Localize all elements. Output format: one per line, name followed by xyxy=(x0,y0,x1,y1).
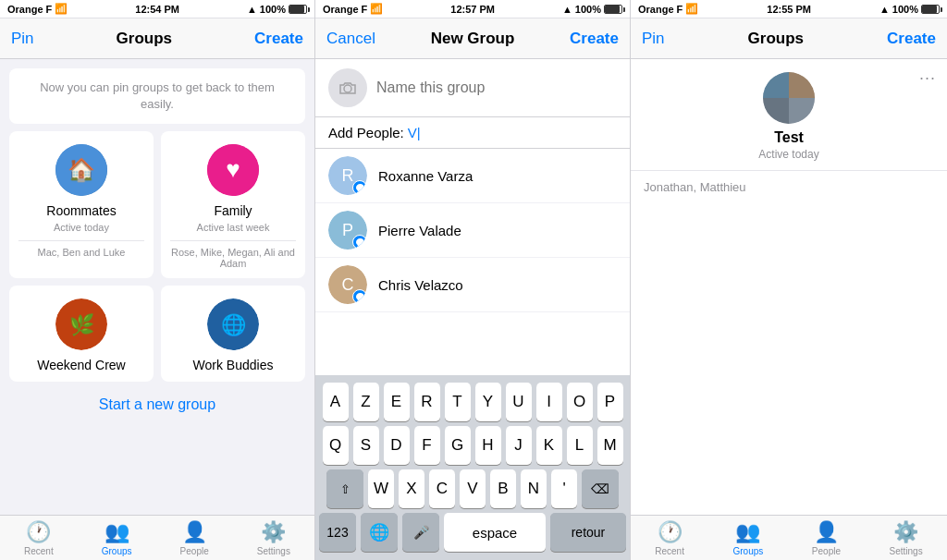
key-K[interactable]: K xyxy=(536,426,562,465)
tab-people-right[interactable]: 👤 People xyxy=(812,520,841,556)
space-key[interactable]: espace xyxy=(444,513,546,552)
battery-icon-mid xyxy=(604,5,622,14)
num-key[interactable]: 123 xyxy=(319,513,356,552)
result-pierre[interactable]: P Pierre Valade xyxy=(315,203,630,258)
battery-icon-right xyxy=(921,5,940,14)
result-chris[interactable]: C Chris Velazco xyxy=(315,258,630,312)
tab-bar-right: 🕐 Recent 👥 Groups 👤 People ⚙️ Settings xyxy=(631,515,947,560)
tab-recent-right[interactable]: 🕐 Recent xyxy=(655,520,684,556)
shift-key[interactable]: ⇧ xyxy=(326,469,363,508)
group-card-weekend[interactable]: 🌿 Weekend Crew xyxy=(9,286,154,382)
groups-grid: 🏠 Roommates Active today Mac, Ben and Lu… xyxy=(0,131,314,382)
group-card-roommates[interactable]: 🏠 Roommates Active today Mac, Ben and Lu… xyxy=(9,131,154,278)
keyboard-row-4: 123 🌐 🎤 espace retour xyxy=(319,513,626,552)
key-N[interactable]: N xyxy=(521,469,547,508)
pin-button-right[interactable]: Pin xyxy=(642,30,665,48)
time-left: 12:54 PM xyxy=(135,4,179,15)
key-R[interactable]: R xyxy=(414,383,440,421)
group-card-family[interactable]: ♥ Family Active last week Rose, Mike, Me… xyxy=(161,131,305,278)
start-new-group-button[interactable]: Start a new group xyxy=(0,396,314,413)
group-members-family: Rose, Mike, Megan, Ali and Adam xyxy=(170,240,296,269)
group-card-work[interactable]: 🌐 Work Buddies xyxy=(161,286,305,382)
result-roxanne[interactable]: R Roxanne Varza xyxy=(315,149,630,203)
wifi-icon-mid: 📶 xyxy=(370,3,383,15)
camera-button[interactable] xyxy=(328,68,367,107)
key-M[interactable]: M xyxy=(597,426,623,465)
carrier-mid: Orange F xyxy=(323,4,367,15)
key-H[interactable]: H xyxy=(475,426,501,465)
status-left-right: Orange F 📶 xyxy=(638,3,698,15)
delete-key[interactable]: ⌫ xyxy=(582,469,619,508)
status-bar-middle: Orange F 📶 12:57 PM ▲ 100% xyxy=(315,0,630,18)
key-T[interactable]: T xyxy=(445,383,471,421)
key-W[interactable]: W xyxy=(368,469,394,508)
key-X[interactable]: X xyxy=(399,469,424,508)
result-name-pierre: Pierre Valade xyxy=(378,223,461,238)
return-key[interactable]: retour xyxy=(550,513,626,552)
tab-settings-right[interactable]: ⚙️ Settings xyxy=(890,520,923,556)
key-C[interactable]: C xyxy=(429,469,455,508)
info-text: Now you can pin groups to get back to th… xyxy=(40,80,275,111)
svg-text:R: R xyxy=(342,166,354,185)
location-icon-right: ▲ xyxy=(879,4,890,15)
key-S[interactable]: S xyxy=(353,426,379,465)
nav-bar-right: Pin Groups Create xyxy=(631,18,947,59)
clock-icon-right: 🕐 xyxy=(658,520,683,544)
key-U[interactable]: U xyxy=(506,383,532,421)
key-B[interactable]: B xyxy=(490,469,516,508)
keyboard-row-1: A Z E R T Y U I O P xyxy=(319,383,626,421)
tab-people-left[interactable]: 👤 People xyxy=(180,520,209,556)
tab-bar-left: 🕐 Recent 👥 Groups 👤 People ⚙️ Settings xyxy=(0,515,314,560)
key-Y[interactable]: Y xyxy=(475,383,501,421)
settings-icon-right: ⚙️ xyxy=(893,520,918,544)
nav-title-right: Groups xyxy=(748,30,804,48)
tab-label-groups-right: Groups xyxy=(733,546,764,556)
keyboard-row-2: Q S D F G H J K L M xyxy=(319,426,626,465)
key-I[interactable]: I xyxy=(536,383,562,421)
status-right-right: ▲ 100% xyxy=(879,4,940,15)
settings-icon-left: ⚙️ xyxy=(261,520,286,544)
create-button-right[interactable]: Create xyxy=(887,30,936,48)
globe-key[interactable]: 🌐 xyxy=(361,513,398,552)
key-Q[interactable]: Q xyxy=(323,426,349,465)
pin-button-left[interactable]: Pin xyxy=(11,30,34,48)
key-L[interactable]: L xyxy=(567,426,593,465)
cancel-button[interactable]: Cancel xyxy=(326,30,375,48)
key-F[interactable]: F xyxy=(414,426,440,465)
camera-icon xyxy=(338,79,357,97)
tab-groups-right[interactable]: 👥 Groups xyxy=(733,520,764,556)
avatar-pierre: P xyxy=(328,211,367,250)
group-name-work: Work Buddies xyxy=(193,358,274,372)
tab-label-settings-left: Settings xyxy=(257,546,290,556)
create-button-left[interactable]: Create xyxy=(254,30,303,48)
keyboard: A Z E R T Y U I O P Q S D F G H J K L M … xyxy=(315,375,630,560)
battery-left: 100% xyxy=(260,4,286,15)
status-bar-right: Orange F 📶 12:55 PM ▲ 100% xyxy=(631,0,947,18)
key-J[interactable]: J xyxy=(506,426,532,465)
tab-groups-left[interactable]: 👥 Groups xyxy=(102,520,132,556)
nav-bar-left: Pin Groups Create xyxy=(0,18,314,59)
tab-label-people-left: People xyxy=(180,546,209,556)
test-group-header: ··· Test Active today xyxy=(631,59,947,171)
messenger-badge-chris xyxy=(352,289,367,304)
svg-point-8 xyxy=(344,85,351,92)
key-G[interactable]: G xyxy=(445,426,471,465)
mic-key[interactable]: 🎤 xyxy=(402,513,439,552)
key-V[interactable]: V xyxy=(460,469,486,508)
key-P[interactable]: P xyxy=(597,383,623,421)
tab-settings-left[interactable]: ⚙️ Settings xyxy=(257,520,290,556)
key-Z[interactable]: Z xyxy=(353,383,379,421)
group-name-input[interactable] xyxy=(376,79,617,96)
battery-right: 100% xyxy=(892,4,918,15)
key-E[interactable]: E xyxy=(384,383,410,421)
key-D[interactable]: D xyxy=(384,426,410,465)
key-O[interactable]: O xyxy=(567,383,593,421)
svg-text:C: C xyxy=(342,275,354,294)
key-apostrophe[interactable]: ' xyxy=(551,469,577,508)
key-A[interactable]: A xyxy=(323,383,349,421)
create-button-middle[interactable]: Create xyxy=(570,30,619,48)
tab-recent-left[interactable]: 🕐 Recent xyxy=(24,520,54,556)
dots-menu-button[interactable]: ··· xyxy=(919,68,936,88)
location-icon-mid: ▲ xyxy=(562,4,572,15)
avatar-roxanne: R xyxy=(328,156,367,195)
